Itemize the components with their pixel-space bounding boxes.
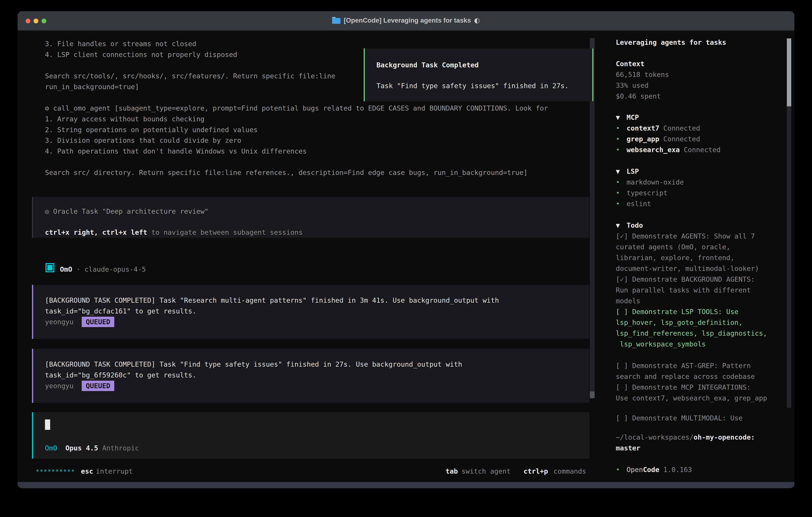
commands-key-label: commands: [553, 466, 586, 477]
gear-icon: ⚙: [45, 104, 49, 112]
task-message-line: [BACKGROUND TASK COMPLETED] Task "Find t…: [45, 359, 462, 370]
mcp-item-name: grep_app: [627, 134, 659, 144]
oracle-task-box: ◎ Oracle Task "Deep architecture review"…: [32, 197, 589, 238]
window-title: [OpenCode] Leveraging agents for tasks: [344, 17, 471, 24]
task-message-1: [BACKGROUND TASK COMPLETED] Task "Resear…: [32, 285, 589, 339]
context-header: Context: [616, 58, 644, 69]
todo-line: search and replace across codebase: [616, 371, 755, 382]
lsp-item: •markdown-oxide: [616, 177, 684, 188]
task-meta-row: yeongyu QUEUED: [45, 317, 114, 327]
screenshot-stage: [OpenCode] Leveraging agents for tasks ◐…: [0, 0, 812, 517]
mcp-item: •grep_appConnected: [616, 134, 700, 144]
agent-marker: OmO · claude-opus-4-5: [60, 264, 146, 275]
todo-line-active: lsp_hover, lsp_goto_definition,: [616, 317, 743, 328]
chevron-down-icon: ▼: [616, 166, 627, 177]
hint-rest: to navigate between subagent sessions: [147, 228, 303, 236]
status-badge: QUEUED: [82, 317, 114, 327]
tool-call-item: 4. Path operations that don't handle Win…: [45, 146, 307, 157]
tab-key-label: switch agent: [462, 466, 511, 477]
tool-call-item: 1. Array access without bounds checking: [45, 113, 204, 124]
esc-key-hint: esc: [81, 466, 93, 477]
tab-key-hint: tab: [445, 466, 458, 477]
mcp-item-status: Connected: [684, 144, 721, 155]
git-branch: master: [616, 443, 640, 454]
tool-call-line: ⚙ call_omo_agent [subagent_type=explore,…: [45, 103, 548, 113]
oracle-hint: ctrl+x right, ctrl+x left to navigate be…: [45, 227, 303, 238]
todo-line: [ ] Demonstrate MCP INTEGRATIONS:: [616, 382, 751, 393]
lsp-header-label: LSP: [627, 166, 639, 177]
agent-name: OmO: [60, 265, 72, 273]
task-user: yeongyu: [45, 382, 74, 390]
status-dot-icon: •: [616, 198, 627, 209]
lsp-item: •typescript: [616, 188, 668, 198]
todo-line: [✓] Demonstrate AGENTS: Show all 7: [616, 231, 755, 242]
folder-icon: [332, 17, 341, 24]
todo-section-header[interactable]: ▼Todo: [616, 220, 643, 231]
chevron-down-icon: ▼: [616, 112, 627, 123]
transcript-line: run_in_background=true]: [45, 81, 139, 92]
session-progress-icon: ◐: [474, 17, 480, 24]
transcript-line: Search src/tools/, src/hooks/, src/featu…: [45, 71, 335, 81]
task-message-line: task_id="bg_dcfac161" to get results.: [45, 306, 196, 317]
todo-line: models: [616, 296, 640, 306]
todo-line: curated agents (OmO, oracle,: [616, 242, 730, 252]
agent-status-icon: [46, 263, 54, 272]
main-scrollbar-cap: [590, 38, 594, 48]
lsp-section-header[interactable]: ▼LSP: [616, 166, 639, 177]
window-bottom-bar: [18, 482, 794, 488]
version-number: 1.0.163: [663, 464, 692, 475]
todo-line: [ ] Demonstrate AST-GREP: Pattern: [616, 360, 751, 371]
input-provider-name: Anthropic: [102, 444, 139, 452]
input-agent-name: OmO: [45, 444, 57, 452]
oracle-task-title: ◎ Oracle Task "Deep architecture review": [45, 206, 209, 217]
context-spent: $0.46 spent: [616, 91, 661, 102]
todo-line-active: lsp_find_references, lsp_diagnostics,: [616, 328, 767, 339]
todo-line: librarian, explore, frontend,: [616, 252, 734, 263]
status-dot-icon: •: [616, 188, 627, 198]
oracle-icon: ◎: [45, 207, 49, 215]
context-used: 33% used: [616, 80, 648, 91]
esc-key-label: interrupt: [96, 466, 133, 477]
spinner-dots: ■■■■■■■■■■: [36, 465, 76, 476]
transcript-line: 4. LSP client connections not properly d…: [45, 49, 237, 60]
tool-call-item: 3. Division operations that could divide…: [45, 135, 241, 146]
transcript-line: 3. File handles or streams not closed: [45, 38, 196, 49]
tool-call-text: call_omo_agent [subagent_type=explore, p…: [53, 104, 548, 112]
brand-code: Code: [643, 464, 659, 475]
task-meta-row: yeongyu QUEUED: [45, 380, 114, 391]
task-message-2: [BACKGROUND TASK COMPLETED] Task "Find t…: [32, 349, 589, 403]
status-dot-icon: •: [616, 464, 627, 475]
task-message-line: task_id="bg_6f59260c" to get results.: [45, 370, 196, 380]
input-model-name: Opus 4.5: [65, 444, 98, 452]
todo-line: [ ] Demonstrate MULTIMODAL: Use: [616, 413, 743, 424]
status-dot-icon: •: [616, 177, 627, 188]
todo-line: Use context7, websearch_exa, grep_app: [616, 393, 767, 404]
lsp-item: •eslint: [616, 198, 651, 209]
agent-model: claude-opus-4-5: [85, 265, 146, 273]
todo-line: [✓] Demonstrate BACKGROUND AGENTS:: [616, 274, 755, 285]
mcp-section-header[interactable]: ▼MCP: [616, 112, 639, 123]
tool-call-item: 2. String operations on potentially unde…: [45, 124, 258, 135]
lsp-item-name: typescript: [627, 188, 668, 198]
lsp-item-name: eslint: [627, 198, 651, 209]
mcp-item-name: websearch_exa: [627, 144, 680, 155]
tool-call-tail: Search src/ directory. Return specific f…: [45, 167, 527, 178]
agent-separator: ·: [76, 265, 80, 273]
mcp-header-label: MCP: [627, 112, 639, 123]
sidebar-scrollbar-thumb[interactable]: [787, 38, 791, 106]
status-dot-icon: •: [616, 123, 627, 134]
task-message-line: [BACKGROUND TASK COMPLETED] Task "Resear…: [45, 295, 499, 306]
todo-line-active: [ ] Demonstrate LSP TOOLS: Use: [616, 306, 738, 317]
workspace-path: ~/local-workspaces/oh-my-opencode:: [616, 432, 755, 443]
todo-line: document-writer, multimodal-looker): [616, 263, 759, 274]
version-row: •OpenCode1.0.163: [616, 464, 692, 475]
toast-body: Task "Find type safety issues" finished …: [376, 80, 569, 91]
todo-header-label: Todo: [627, 220, 643, 231]
status-dot-icon: •: [616, 144, 627, 155]
main-scrollbar-thumb[interactable]: [590, 391, 594, 398]
todo-line-active: lsp_workspace_symbols: [616, 339, 706, 350]
model-info-row: OmO Opus 4.5 Anthropic: [45, 443, 139, 454]
context-tokens: 66,518 tokens: [616, 69, 669, 80]
mcp-item: •websearch_exaConnected: [616, 144, 721, 155]
text-cursor[interactable]: [45, 419, 50, 430]
